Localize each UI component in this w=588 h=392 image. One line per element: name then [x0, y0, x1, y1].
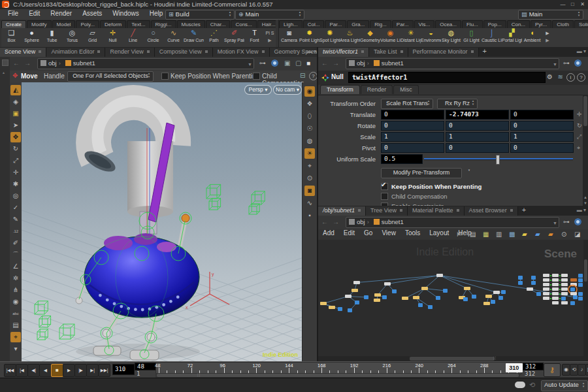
- rotate-tool-icon[interactable]: ↻: [10, 144, 21, 154]
- range-grip-icon[interactable]: ∷: [197, 372, 200, 377]
- shelf-tool-tube[interactable]: ▮Tube: [42, 28, 62, 43]
- handle-mode-dropdown[interactable]: One For All Selected Objects▴▾: [67, 71, 154, 82]
- forward-arrow-icon[interactable]: →: [24, 59, 31, 67]
- uniform-scale-slider[interactable]: [424, 158, 573, 160]
- radial-menu-icon[interactable]: [271, 59, 278, 67]
- path-dropdown-icon[interactable]: ▼: [248, 60, 252, 69]
- path-dropdown-icon[interactable]: ▼: [553, 60, 557, 69]
- transform-order-dropdown-0[interactable]: Scale Rot Trans▴▾: [381, 99, 433, 109]
- translate-field-x[interactable]: 0: [381, 110, 444, 120]
- mirror-tool-icon[interactable]: ⋔: [10, 285, 21, 295]
- pen-tool-icon[interactable]: ✎: [10, 214, 21, 225]
- network-menu-edit[interactable]: Edit: [339, 229, 359, 237]
- rotate-field-y[interactable]: 0: [446, 121, 509, 131]
- shelf-tool-null[interactable]: ✛Null: [103, 28, 123, 43]
- back-arrow-icon[interactable]: ←: [321, 218, 328, 225]
- dopnet-icon[interactable]: ▰: [548, 231, 553, 238]
- folder-tab-misc[interactable]: Misc: [393, 85, 419, 94]
- dynamics-mode-icon[interactable]: ▣: [10, 108, 21, 119]
- eye-box-icon[interactable]: ◪: [574, 231, 580, 238]
- scene-tab-composite-view[interactable]: Composite View: [155, 48, 213, 57]
- network-graph[interactable]: Indie Edition Scene: [318, 240, 583, 356]
- network-new-tab[interactable]: +: [518, 206, 530, 214]
- checkbox-child-compensation[interactable]: [381, 193, 388, 200]
- tree-list-icon[interactable]: ⊨: [457, 231, 463, 238]
- menu-render[interactable]: Render: [45, 9, 77, 17]
- move-tool-icon[interactable]: ✥: [12, 72, 18, 79]
- keep-position-checkbox[interactable]: [161, 73, 169, 80]
- layout-grid-icon[interactable]: ▥: [496, 231, 502, 238]
- shelf-tool-portal-light[interactable]: ▞Portal Light: [502, 28, 522, 43]
- next-key-button[interactable]: ▶|: [86, 364, 99, 377]
- shelf-tool-point-light[interactable]: ✹Point Light: [299, 28, 319, 43]
- menu-assets[interactable]: Assets: [77, 9, 107, 17]
- refresh-icon[interactable]: ⟲: [529, 381, 535, 389]
- param-scrollbar[interactable]: ▲ ▼: [583, 95, 588, 206]
- shelf-tool-overflow[interactable]: ▶▶: [542, 28, 553, 43]
- handle-label[interactable]: Handle: [44, 73, 65, 80]
- network-tab--obj-subnet1[interactable]: /obj/subnet1: [318, 206, 366, 216]
- menu-file[interactable]: File: [3, 9, 24, 17]
- find-node-icon[interactable]: ⊙: [561, 231, 566, 238]
- main-desktop-selector[interactable]: ▤ Main ▴▾: [518, 10, 583, 20]
- shelf-tool-area-light[interactable]: ♨Area Light: [340, 28, 360, 43]
- color-grid-icon[interactable]: ▦: [483, 231, 489, 238]
- abc-label-icon[interactable]: abc: [10, 308, 21, 319]
- checkbox-keep-position-when-parenting[interactable]: ✔: [381, 183, 388, 190]
- pin-icon[interactable]: ⊶: [563, 59, 570, 67]
- prev-key-button[interactable]: |◀: [16, 364, 28, 377]
- scale-tool-icon[interactable]: ⤢: [10, 155, 21, 166]
- lighting-icon[interactable]: ☀: [304, 148, 315, 159]
- transform-order-dropdown-1[interactable]: Rx Ry Rz▴▾: [437, 99, 478, 109]
- folder-tab-transform[interactable]: Transform: [320, 85, 360, 94]
- view-pin-icon[interactable]: ⌖: [10, 332, 21, 342]
- shelf-tool-distant-light[interactable]: ✳Distant Light: [400, 28, 421, 43]
- shelf-tool-circle[interactable]: ○Circle: [143, 28, 163, 43]
- pivot-field-y[interactable]: 0: [446, 143, 509, 153]
- network-menu-view[interactable]: View: [377, 229, 400, 237]
- ghost-other-icon[interactable]: ☉: [304, 123, 315, 134]
- pin-icon[interactable]: ⊶: [563, 218, 570, 225]
- shelf-tool-camera[interactable]: ◙Camera: [279, 28, 299, 43]
- collapse-arrow-icon[interactable]: ▴: [3, 70, 5, 74]
- persp-camera-button[interactable]: Persp ▾: [244, 85, 272, 95]
- gear-menu-icon[interactable]: ⚙: [547, 73, 553, 80]
- rotate-field-z[interactable]: 0: [510, 121, 574, 131]
- prev-frame-button[interactable]: ◀|: [27, 364, 40, 377]
- pivot-field-z[interactable]: 0: [510, 143, 574, 153]
- update-mode-dropdown[interactable]: Auto Update▴▾: [541, 380, 588, 391]
- slider-handle[interactable]: [496, 155, 500, 165]
- shelf-tool-spray-paint[interactable]: ✐Spray Paint: [224, 28, 244, 43]
- play-button[interactable]: ▶: [63, 364, 75, 377]
- maximize-button[interactable]: □: [568, 1, 577, 8]
- radial-menu-icon[interactable]: [574, 59, 581, 67]
- frame-seq-icon[interactable]: .12: [10, 226, 21, 237]
- minimize-button[interactable]: —: [559, 1, 567, 8]
- shelf-tool-sphere[interactable]: ●Sphere: [22, 28, 42, 43]
- shelf-tool-torus[interactable]: ◎Torus: [62, 28, 82, 43]
- uniform-scale-field[interactable]: 0.5: [381, 154, 423, 164]
- network-tab-asset-browser[interactable]: Asset Browser: [465, 206, 518, 216]
- shelf-tool-spot-light[interactable]: ✺Spot Light: [319, 28, 340, 43]
- shelf-tool-curve[interactable]: ∿Curve: [163, 28, 184, 43]
- network-hscrollbar[interactable]: ∷: [318, 356, 588, 361]
- network-menu-layout[interactable]: Layout: [425, 229, 453, 237]
- scene-pane-icons[interactable]: ▬ ▾: [307, 48, 316, 54]
- scale-field-x[interactable]: 1: [381, 132, 444, 142]
- shelf-tool-caustic-light[interactable]: ⌡Caustic Light: [482, 28, 502, 43]
- child-comp-checkbox[interactable]: [253, 73, 260, 80]
- pivot-ladder-icon[interactable]: ⌖: [577, 143, 580, 153]
- angle-tool-icon[interactable]: ∠: [10, 261, 21, 272]
- network-vscrollbar[interactable]: [583, 240, 588, 356]
- check-tool-icon[interactable]: ✓: [10, 203, 21, 213]
- scale-field-y[interactable]: 1: [446, 132, 509, 142]
- shelf-tool-line[interactable]: ╱Line: [123, 28, 143, 43]
- param-tab-twistaffector1[interactable]: twistAffector1: [318, 48, 369, 57]
- translate-ladder-icon[interactable]: ✛: [577, 110, 582, 120]
- pivot-field-x[interactable]: 0: [381, 143, 444, 153]
- cube-display-icon[interactable]: ▣: [284, 59, 290, 67]
- node-graph[interactable]: [318, 240, 583, 356]
- network-box-icon[interactable]: ▰: [535, 231, 540, 238]
- network-tab-material-palette[interactable]: Material Palette: [408, 206, 465, 216]
- no-cam-button[interactable]: No cam ▾: [273, 85, 302, 95]
